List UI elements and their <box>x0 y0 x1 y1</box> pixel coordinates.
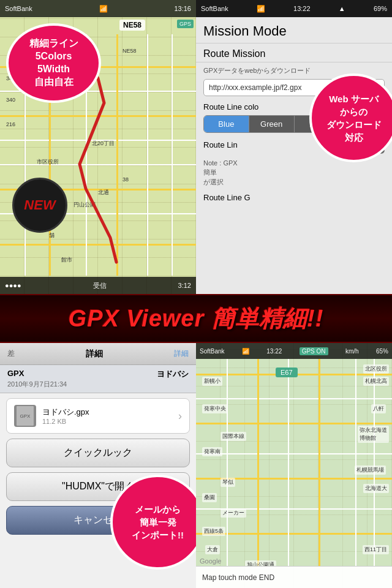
area-label-10: 大倉 <box>205 545 220 554</box>
area-label-4: 八軒 <box>371 404 386 413</box>
highway-e67-label: E67 <box>276 368 298 377</box>
width-section-label: Route Lin <box>203 140 323 149</box>
right-panel-mission: SoftBank 📶 13:22 ▲ 69% Mission Mode Rout… <box>196 0 392 294</box>
bottom-half: 差 詳細 詳細 GPX ヨドバシ 2010年9月7日21:34 GPX ヨドバシ… <box>0 343 392 588</box>
bubble-text-1: 精細ライン <box>29 37 78 50</box>
mail-item-subtitle: ヨドバシ <box>157 369 189 380</box>
bubble-web-2: からの <box>340 105 368 118</box>
new-badge-text: NEW <box>24 197 55 213</box>
bottom-left-mail: 差 詳細 詳細 GPX ヨドバシ 2010年9月7日21:34 GPX ヨドバシ… <box>0 343 196 588</box>
route-line-g-label: Route Line G <box>196 189 392 203</box>
mail-item-header: GPX ヨドバシ 2010年9月7日21:34 <box>0 365 196 393</box>
bubble-import-3: インポート!! <box>132 529 184 541</box>
wifi-br: 📶 <box>242 348 249 355</box>
area-label-15: 琴似 <box>221 478 235 487</box>
bubble-text-3: 5Width <box>37 63 70 76</box>
carrier-left: SoftBank <box>5 5 32 12</box>
map-touch-mode-text[interactable]: Map touch mode END <box>202 573 274 582</box>
area-label-5: 弥永北海道博物館 <box>358 426 389 443</box>
map-label-3: 216 <box>6 121 15 127</box>
banner-text: GPX Viewer 簡単精細!! <box>69 303 324 334</box>
mail-icon: 受信 <box>93 281 107 290</box>
area-label-8: 北海道大 <box>363 484 389 493</box>
file-size: 11.2 KB <box>42 418 178 425</box>
area-label-11: 西11丁目 <box>363 545 389 554</box>
mail-back-btn[interactable]: 差 <box>7 349 15 359</box>
google-logo: Google <box>200 557 221 565</box>
bubble-web-4: 対応 <box>345 131 363 144</box>
area-label-17: メーカー <box>221 508 246 518</box>
battery-right: 69% <box>374 5 387 12</box>
bottom-right-map: 新幌小 北区役所 札幌北高 八軒 弥永北海道博物館 札幌競馬場 桑園 北海道大 … <box>196 343 392 588</box>
area-label-13: 発寒中央 <box>202 404 228 413</box>
area-label-2: 北区役所 <box>363 364 389 374</box>
area-label-1: 新幌小 <box>202 377 222 386</box>
area-label-16: 国際本線 <box>221 432 246 441</box>
carrier-br: SoftBank <box>200 348 225 355</box>
bubble-fine-line: 精細ライン 5Colors 5Width 自由自在 <box>6 23 101 103</box>
middle-banner: GPX Viewer 簡単精細!! <box>0 294 392 343</box>
map-label-2: 340 <box>6 97 15 103</box>
map-bottom-bar[interactable]: Map touch mode END <box>196 566 392 588</box>
quick-look-button[interactable]: クイックルック <box>6 439 190 467</box>
color-btn-blue[interactable]: Blue <box>204 116 249 132</box>
bubble-import: メールから 簡単一発 インポート!! <box>110 475 196 570</box>
route-mission-label: Route Mission <box>196 43 392 62</box>
time-left: 13:16 <box>174 5 191 12</box>
attachment-row[interactable]: GPX ヨドバシ.gpx 11.2 KB › <box>6 398 190 434</box>
bubble-web-server: Web サーバ からの ダウンロード 対応 <box>309 74 392 162</box>
mail-item-date: 2010年9月7日21:34 <box>7 380 189 389</box>
area-label-9: 西線5条 <box>202 527 225 536</box>
time-bottom-left: 3:12 <box>178 282 191 289</box>
new-badge: NEW <box>12 178 67 233</box>
bubble-import-2: 簡単一発 <box>140 516 176 529</box>
color-btn-green[interactable]: Green <box>249 116 295 132</box>
left-panel-map: 340 340 216 NE58 38 北通 北20丁目 円山公園 舗 館市 市… <box>0 0 196 294</box>
speed-unit-br: km/h <box>345 348 359 355</box>
mail-header: 差 詳細 詳細 <box>0 343 196 365</box>
mission-mode-title: Mission Mode <box>196 17 392 43</box>
area-label-6: 札幌競馬場 <box>355 466 386 475</box>
area-label-3: 札幌北高 <box>363 377 389 386</box>
bubble-web-1: Web サーバ <box>329 92 379 105</box>
area-label-14: 発寒南 <box>202 447 222 456</box>
mail-header-title: 詳細 <box>15 349 174 360</box>
file-icon: GPX <box>14 405 36 427</box>
status-bar-right: SoftBank 📶 13:22 ▲ 69% <box>196 0 392 17</box>
time-right: 13:22 <box>293 5 311 12</box>
bottom-bar-left: ●●●● 受信 3:12 <box>0 277 196 294</box>
map-direction-label: NE58 <box>119 20 145 31</box>
bubble-text-2: 5Colors <box>36 50 72 63</box>
carrier-right: SoftBank <box>201 5 228 12</box>
file-icon-shape: GPX <box>17 406 34 426</box>
mail-item-title: GPX <box>7 369 24 380</box>
signal-icon-left: ●●●● <box>5 282 21 289</box>
gps-label-br: GPS ON <box>300 347 328 355</box>
wifi-right: 📶 <box>257 5 265 13</box>
wifi-icon: 📶 <box>99 5 108 13</box>
gps-badge-left: GPS <box>177 20 194 28</box>
file-name: ヨドバシ.gpx <box>42 407 178 418</box>
chevron-right-icon: › <box>178 410 182 423</box>
bubble-import-1: メールから <box>135 503 181 516</box>
bubble-web-3: ダウンロード <box>326 118 382 131</box>
location-icon: ▲ <box>339 5 345 12</box>
status-bar-br: SoftBank 📶 13:22 GPS ON km/h 65% <box>196 343 392 359</box>
file-info: ヨドバシ.gpx 11.2 KB <box>42 407 178 425</box>
bubble-text-4: 自由自在 <box>34 76 74 89</box>
map-label-ne: NE58 <box>123 48 137 54</box>
map-tile-br: 新幌小 北区役所 札幌北高 八軒 弥永北海道博物館 札幌競馬場 桑園 北海道大 … <box>196 343 392 588</box>
mail-detail-btn[interactable]: 詳細 <box>174 349 189 359</box>
time-br: 13:22 <box>266 348 282 355</box>
status-bar-left: SoftBank 📶 13:16 <box>0 0 196 17</box>
top-half: 340 340 216 NE58 38 北通 北20丁目 円山公園 舗 館市 市… <box>0 0 392 294</box>
battery-br: 65% <box>376 348 388 355</box>
area-label-7: 桑園 <box>202 493 217 502</box>
